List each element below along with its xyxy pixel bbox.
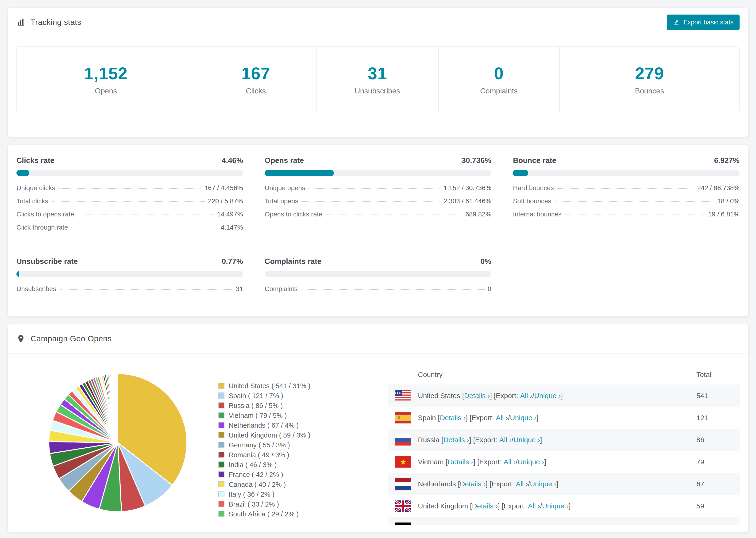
- export-button-label: Export basic stats: [683, 19, 733, 26]
- rate-rows: Complaints0: [265, 285, 491, 298]
- rate-row-label: Complaints: [265, 285, 297, 293]
- rate-row: Opens to clicks rate689.82%: [265, 210, 491, 224]
- rate-row: Complaints0: [265, 285, 491, 298]
- rate-row-label: Internal bounces: [513, 210, 562, 218]
- export-unique-link[interactable]: Unique ›: [513, 436, 540, 444]
- details-link[interactable]: Details ›: [443, 436, 469, 444]
- stat-label: Clicks: [246, 86, 266, 95]
- geo-table-row-es: Spain [Details ›] [Export: All › / Uniqu…: [388, 406, 739, 429]
- flag-es-icon: [395, 412, 411, 423]
- export-all-link[interactable]: All ›: [516, 480, 528, 488]
- flag-de-icon: [395, 522, 411, 525]
- rate-row: Unsubscribes31: [17, 285, 243, 298]
- flag-nl-icon: [395, 478, 411, 489]
- legend-label: United Kingdom ( 59 / 3% ): [229, 431, 310, 439]
- export-icon: [673, 19, 680, 26]
- legend-item: Canada ( 40 / 2% ): [218, 479, 337, 489]
- rate-row: Unique clicks167 / 4.456%: [17, 184, 243, 197]
- dotted-leader: [555, 201, 714, 202]
- legend-swatch: [218, 393, 225, 399]
- legend-label: South Africa ( 29 / 2% ): [229, 510, 298, 517]
- country-name: United States: [418, 392, 462, 400]
- export-unique-link[interactable]: Unique ›: [534, 392, 561, 400]
- rate-row-value: 4.147%: [221, 224, 243, 231]
- geo-table-row-ru: Russia [Details ›] [Export: All › / Uniq…: [388, 429, 739, 451]
- details-link[interactable]: Details ›: [464, 392, 490, 400]
- export-all-link[interactable]: All ›: [528, 502, 540, 510]
- rate-row: Hard bounces242 / 86.738%: [513, 184, 739, 197]
- legend-item: Romania ( 49 / 3% ): [218, 450, 337, 459]
- export-basic-stats-button[interactable]: Export basic stats: [667, 15, 739, 30]
- rate-row-value: 18 / 0%: [717, 197, 739, 205]
- details-link[interactable]: Details ›: [448, 458, 473, 466]
- country-cell: Russia [Details ›] [Export: All › / Uniq…: [388, 429, 696, 451]
- export-unique-link[interactable]: Unique ›: [530, 480, 557, 488]
- rate-row-value: 0: [488, 285, 491, 293]
- rate-row-label: Soft bounces: [513, 197, 551, 205]
- rate-title: Bounce rate: [513, 156, 557, 165]
- rate-row-value: 167 / 4.456%: [204, 184, 243, 191]
- country-name: Germany: [418, 524, 449, 525]
- export-all-link[interactable]: All ›: [499, 436, 512, 444]
- details-link[interactable]: Details ›: [440, 413, 465, 422]
- stat-label: Opens: [95, 86, 117, 95]
- summary-cell-bounces: 279Bounces: [560, 47, 739, 112]
- geo-body: United States ( 541 / 31% )Spain ( 121 /…: [8, 353, 748, 532]
- export-all-link[interactable]: All ›: [504, 458, 516, 466]
- dotted-leader: [71, 228, 217, 228]
- rate-row-label: Hard bounces: [513, 184, 554, 191]
- summary-cell-complaints: 0Complaints: [438, 47, 560, 112]
- stat-value: 31: [368, 64, 387, 83]
- column-header-total: Total: [696, 364, 739, 385]
- rate-value: 0.77%: [222, 257, 243, 266]
- details-link[interactable]: Details ›: [472, 502, 498, 510]
- legend-swatch: [218, 491, 225, 497]
- rate-block-bounce-rate: Bounce rate6.927%Hard bounces242 / 86.73…: [513, 156, 739, 237]
- rate-block-unsubscribe-rate: Unsubscribe rate0.77%Unsubscribes31: [17, 257, 243, 298]
- details-link[interactable]: Details ›: [460, 480, 486, 488]
- rate-title: Unsubscribe rate: [17, 257, 78, 266]
- export-unique-link[interactable]: Unique ›: [521, 524, 548, 525]
- details-link[interactable]: Details ›: [451, 524, 477, 525]
- page-title: Tracking stats: [30, 18, 81, 27]
- map-pin-icon: [17, 334, 26, 344]
- flag-vn-icon: [395, 456, 411, 467]
- export-unique-link[interactable]: Unique ›: [542, 502, 568, 510]
- rate-rows: Hard bounces242 / 86.738%Soft bounces18 …: [513, 184, 739, 224]
- export-all-link[interactable]: All ›: [520, 392, 532, 400]
- geo-table: Country Total United States [Details ›] …: [388, 364, 739, 525]
- country-total: 541: [696, 385, 739, 406]
- legend-item: India ( 46 / 3% ): [218, 459, 337, 469]
- dotted-leader: [60, 289, 233, 290]
- legend-swatch: [218, 461, 225, 467]
- progress-bar: [513, 170, 739, 176]
- progress-bar-fill: [513, 170, 528, 176]
- legend-label: Netherlands ( 67 / 4% ): [229, 421, 298, 429]
- stat-value: 167: [242, 64, 270, 83]
- stat-label: Bounces: [635, 86, 664, 95]
- rate-head: Complaints rate0%: [265, 257, 491, 266]
- legend-label: Romania ( 49 / 3% ): [229, 451, 289, 458]
- export-unique-link[interactable]: Unique ›: [510, 413, 536, 422]
- stat-value: 1,152: [84, 64, 128, 83]
- export-all-link[interactable]: All ›: [507, 524, 519, 525]
- summary-strip: 1,152Opens167Clicks31Unsubscribes0Compla…: [17, 46, 739, 112]
- rate-head: Bounce rate6.927%: [513, 156, 739, 165]
- summary-cell-unsubscribes: 31Unsubscribes: [316, 47, 438, 112]
- legend-swatch: [218, 402, 225, 408]
- rate-head: Opens rate30.736%: [265, 156, 491, 165]
- legend-item: France ( 42 / 2% ): [218, 469, 337, 479]
- rate-row-label: Unique clicks: [17, 184, 55, 191]
- legend-item: United States ( 541 / 31% ): [218, 381, 337, 391]
- export-all-link[interactable]: All ›: [496, 413, 508, 422]
- rate-row: Total clicks220 / 5.87%: [17, 197, 243, 210]
- legend-swatch: [218, 511, 225, 517]
- legend-label: India ( 46 / 3% ): [229, 461, 277, 468]
- rate-row: Internal bounces19 / 6.81%: [513, 210, 739, 224]
- dotted-leader: [326, 215, 462, 215]
- rate-row: Soft bounces18 / 0%: [513, 197, 739, 210]
- export-unique-link[interactable]: Unique ›: [518, 458, 544, 466]
- rate-row: Total opens2,303 / 61.446%: [265, 197, 491, 210]
- rate-row-value: 31: [236, 285, 243, 293]
- legend-item: Netherlands ( 67 / 4% ): [218, 420, 337, 430]
